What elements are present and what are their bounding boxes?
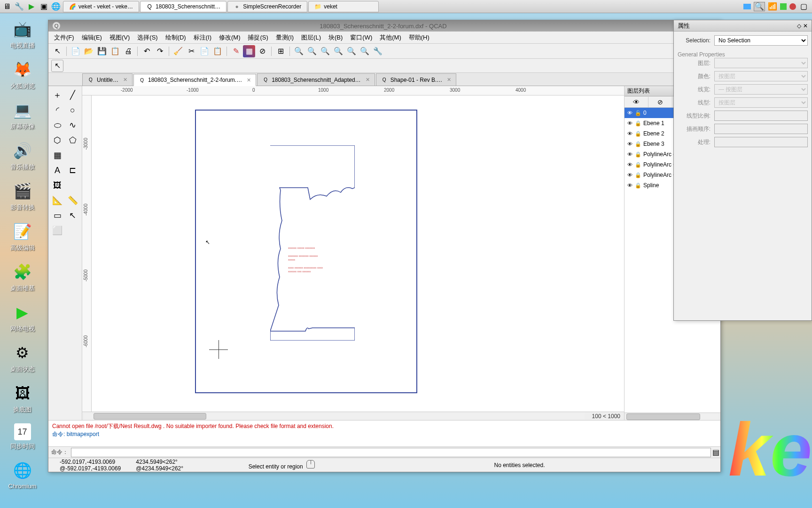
desktop-icon-status[interactable]: ⚙桌面状态	[5, 342, 40, 373]
saveas-icon[interactable]: 📋	[109, 45, 121, 57]
layer-hide-icon[interactable]: ⊘	[648, 97, 672, 107]
play-icon[interactable]: ▶	[26, 1, 37, 12]
desktop-icon-tv[interactable]: 📺电视直播	[5, 19, 40, 50]
menu-draw[interactable]: 绘制(D)	[162, 32, 190, 44]
circle-icon[interactable]: ○	[66, 103, 80, 117]
cmd-toggle-icon[interactable]: ▤	[711, 446, 720, 459]
browser-icon[interactable]: 🌐	[51, 1, 61, 12]
apps-icon[interactable]: 🔧	[14, 1, 24, 12]
line-icon[interactable]: ╱	[66, 88, 80, 102]
scroll-thumb[interactable]	[94, 413, 206, 420]
menu-snap[interactable]: 捕捉(S)	[244, 32, 272, 44]
cut-icon[interactable]: ✂	[185, 45, 197, 57]
tray-search-icon[interactable]: 🔍	[754, 2, 765, 11]
taskbar-tab-qcad[interactable]: Q180803_Scherenschnitt…	[140, 1, 226, 12]
taskbar-tab-veket[interactable]: 🌈veket - veket - veke…	[63, 1, 139, 12]
desktop-icon-chromium[interactable]: 🌐Chromium	[5, 460, 40, 490]
polyline-icon[interactable]: ⬡	[50, 133, 64, 147]
menu-dimension[interactable]: 标注(I)	[190, 32, 215, 44]
eye-icon[interactable]: 👁	[626, 130, 633, 137]
eye-icon[interactable]: 👁	[626, 110, 633, 116]
block-icon[interactable]: ⬜	[50, 223, 64, 238]
prop-handle-input[interactable]	[714, 137, 808, 147]
print-icon[interactable]: 🖨	[122, 45, 134, 57]
tray-square-icon[interactable]	[743, 4, 751, 9]
desktop-icon-editor[interactable]: 📝高级编辑	[5, 221, 40, 252]
close-icon[interactable]: ✕	[447, 77, 451, 83]
layer-scrollbar[interactable]	[625, 413, 720, 420]
lock-icon[interactable]: 🔒	[635, 120, 641, 127]
lock-icon[interactable]: 🔒	[635, 182, 641, 189]
drawing-canvas[interactable]: xxxxxx xxxxx xxxxxxx xxxxxxx xxxxxxx xxx…	[92, 95, 624, 412]
eye-icon[interactable]: 👁	[626, 141, 633, 147]
polygon-icon[interactable]: ⬠	[66, 133, 80, 147]
tray-green-icon[interactable]	[780, 3, 787, 10]
spline-icon[interactable]: ∿	[66, 118, 80, 132]
doc-tab-scherenschnitt[interactable]: Q180803_Scherenschnitt_2-2-forum.…✕	[133, 74, 256, 86]
pointer-tool-icon[interactable]: ↖	[51, 45, 63, 57]
tray-network-icon[interactable]: 📶	[768, 2, 777, 11]
menu-modify[interactable]: 修改(M)	[215, 32, 244, 44]
eye-icon[interactable]: 👁	[626, 172, 633, 178]
zoom-in-icon[interactable]: 🔍	[293, 45, 305, 57]
prop-color-select[interactable]: 按图层	[714, 71, 808, 81]
select-icon[interactable]: ▭	[50, 208, 64, 222]
prop-ltscale-input[interactable]	[714, 111, 808, 121]
terminal-icon[interactable]: ▣	[39, 1, 49, 12]
menu-block[interactable]: 块(B)	[325, 32, 346, 44]
desktop-icon-nettv[interactable]: ▶网络电视	[5, 302, 40, 333]
new-icon[interactable]: 📄	[70, 45, 82, 57]
menu-view[interactable]: 视图(V)	[106, 32, 133, 44]
h-scrollbar[interactable]: 100 < 1000	[82, 412, 624, 420]
zoom-prev-icon[interactable]: 🔍	[345, 45, 358, 57]
lock-open-icon[interactable]: 🔓	[635, 110, 641, 116]
pencil-icon[interactable]: ✎	[230, 45, 242, 57]
lock-icon[interactable]: 🔒	[635, 172, 641, 178]
prop-linetype-select[interactable]: 按图层	[714, 97, 808, 108]
menu-help[interactable]: 帮助(H)	[405, 32, 433, 44]
doc-tab-adapted[interactable]: Q180803_Scherenschnitt_Adapted…✕	[257, 73, 375, 86]
lock-icon[interactable]: 🔒	[635, 151, 641, 158]
start-icon[interactable]: 🖥	[2, 1, 12, 12]
prop-layer-select[interactable]	[714, 58, 808, 68]
measure-icon[interactable]: 📏	[66, 193, 80, 207]
eye-icon[interactable]: 👁	[626, 182, 633, 189]
paste-icon[interactable]: 📋	[211, 45, 224, 57]
desktop-icon-wiki[interactable]: 🧩桌面维基	[5, 262, 40, 293]
desktop-icon-wallpaper[interactable]: 🖼换底图	[5, 383, 40, 414]
zoom-out-icon[interactable]: 🔍	[306, 45, 318, 57]
redo-icon[interactable]: ↷	[154, 45, 166, 57]
zoom-pan-icon[interactable]: 🔍	[359, 45, 371, 57]
doc-tab-shape[interactable]: QShape-01 - Rev B.…✕	[376, 73, 457, 86]
close-icon[interactable]: ✕	[366, 77, 370, 83]
menu-window[interactable]: 窗口(W)	[346, 32, 376, 44]
zoom-fit-icon[interactable]: 🔍	[319, 45, 331, 57]
grid-icon[interactable]: ⊞	[274, 45, 287, 57]
nofill-icon[interactable]: ⊘	[256, 45, 268, 57]
layer-vis-icon[interactable]: 👁	[625, 97, 648, 107]
taskbar-tab-recorder[interactable]: ●SimpleScreenRecorder	[227, 1, 307, 12]
menu-layer[interactable]: 图层(L)	[297, 32, 325, 44]
menu-file[interactable]: 文件(F)	[50, 32, 78, 44]
zoom-realtime-icon[interactable]: 🔧	[372, 45, 384, 57]
menu-other[interactable]: 其他(M)	[376, 32, 405, 44]
menu-measure[interactable]: 量测(I)	[272, 32, 297, 44]
prop-lineweight-select[interactable]: — 按图层	[714, 84, 808, 95]
tray-red-icon[interactable]	[789, 3, 796, 10]
scroll-thumb[interactable]	[626, 413, 700, 420]
eye-icon[interactable]: 👁	[626, 120, 633, 127]
menu-select[interactable]: 选择(S)	[133, 32, 161, 44]
taskbar-tab-filemgr[interactable]: 📁veket	[308, 1, 379, 12]
deselect-icon[interactable]: ↖	[66, 208, 80, 222]
modify-icon[interactable]: 📐	[50, 193, 64, 207]
copy-icon[interactable]: 📄	[198, 45, 211, 57]
eye-icon[interactable]: 👁	[626, 161, 633, 168]
qcad-titlebar[interactable]: Q 180803_Scherenschnitt_2-2-forum.dxf - …	[48, 20, 720, 32]
close-icon[interactable]: ✕	[247, 77, 251, 83]
desktop-icon-firefox[interactable]: 🦊火狐浏览	[5, 59, 40, 90]
dim-icon[interactable]: ⊏	[66, 163, 80, 177]
ellipse-icon[interactable]: ⬭	[50, 118, 64, 132]
lock-icon[interactable]: 🔒	[635, 141, 641, 147]
prop-draworder-input[interactable]	[714, 124, 808, 134]
eye-icon[interactable]: 👁	[626, 151, 633, 158]
